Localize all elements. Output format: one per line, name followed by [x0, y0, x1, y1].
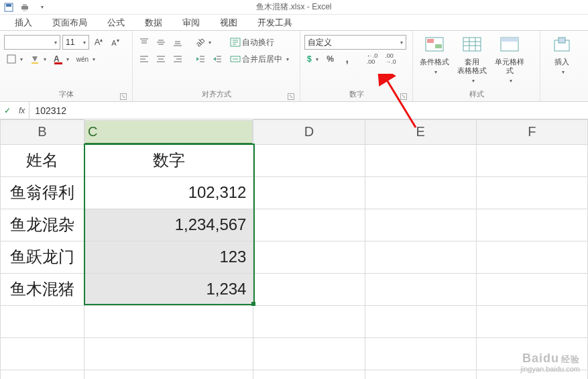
- confirm-button[interactable]: ✓: [0, 106, 15, 115]
- group-cells: 插入 ▾: [540, 31, 583, 101]
- column-header-F[interactable]: F: [476, 120, 587, 145]
- orientation-icon: ab: [194, 36, 207, 48]
- cell-c-4[interactable]: 1,234: [84, 273, 253, 305]
- cell-empty[interactable]: [253, 305, 365, 337]
- tab-review[interactable]: 审阅: [180, 15, 202, 31]
- formula-input[interactable]: 102312: [30, 105, 588, 116]
- align-middle-button[interactable]: [154, 35, 168, 50]
- cell-empty[interactable]: [253, 209, 365, 241]
- chevron-down-icon: ▾: [472, 76, 475, 85]
- increase-indent-button[interactable]: [210, 52, 225, 66]
- cell-empty[interactable]: [1, 370, 84, 379]
- cell-empty[interactable]: [1, 305, 84, 337]
- tab-insert[interactable]: 插入: [12, 15, 35, 31]
- watermark-brand: Baidu: [522, 351, 559, 365]
- number-format-select[interactable]: 自定义 ▾: [304, 35, 406, 50]
- cell-empty[interactable]: [476, 209, 587, 241]
- orientation-button[interactable]: ab▾: [193, 35, 214, 50]
- align-bottom-button[interactable]: [170, 35, 185, 50]
- column-header-C[interactable]: C: [84, 120, 253, 144]
- column-header-E[interactable]: E: [365, 120, 476, 145]
- insert-cells-button[interactable]: 插入 ▾: [544, 34, 579, 76]
- save-button[interactable]: [3, 1, 15, 13]
- decrease-indent-button[interactable]: [193, 52, 208, 66]
- cell-empty[interactable]: [476, 273, 587, 305]
- cell-empty[interactable]: [84, 370, 253, 379]
- increase-indent-icon: [213, 54, 222, 64]
- increase-font-button[interactable]: A▴: [91, 35, 106, 50]
- cell-c-2[interactable]: 1,234,567: [84, 209, 253, 241]
- cell-empty[interactable]: [84, 305, 253, 337]
- comma-button[interactable]: ,: [340, 52, 355, 66]
- cell-empty[interactable]: [365, 337, 476, 370]
- align-left-button[interactable]: [137, 52, 152, 66]
- align-top-button[interactable]: [137, 35, 152, 50]
- cell-empty[interactable]: [365, 144, 476, 176]
- cell-empty[interactable]: [476, 241, 587, 273]
- cell-empty[interactable]: [365, 241, 476, 273]
- group-number-label: 数字: [349, 90, 364, 98]
- font-color-button[interactable]: A▾: [51, 52, 72, 66]
- tab-developer[interactable]: 开发工具: [255, 15, 295, 31]
- cell-c-3[interactable]: 123: [84, 241, 253, 273]
- tab-data[interactable]: 数据: [142, 15, 165, 31]
- cell-empty[interactable]: [253, 337, 365, 370]
- cell-empty[interactable]: [253, 241, 365, 273]
- merge-center-button[interactable]: 合并后居中 ▾: [227, 52, 301, 66]
- decrease-font-button[interactable]: A▾: [108, 35, 123, 50]
- percent-button[interactable]: %: [323, 52, 338, 66]
- cell-empty[interactable]: [1, 337, 84, 370]
- svg-rect-3: [23, 4, 27, 6]
- cell-empty[interactable]: [253, 273, 365, 305]
- cell-empty[interactable]: [253, 176, 365, 209]
- tab-formulas[interactable]: 公式: [105, 15, 127, 31]
- font-size-select[interactable]: 11▾: [62, 35, 89, 50]
- cell-empty[interactable]: [476, 305, 587, 337]
- format-as-table-button[interactable]: 套用 表格格式 ▾: [455, 34, 489, 85]
- group-alignment: ab▾ 自动换行 合并后居中: [133, 31, 300, 101]
- cell-b-3[interactable]: 鱼跃龙门: [1, 241, 84, 273]
- currency-button[interactable]: $▾: [304, 52, 321, 66]
- cell-c-0[interactable]: 数字: [84, 144, 253, 176]
- fill-color-button[interactable]: ▾: [27, 52, 49, 66]
- cell-styles-button[interactable]: 单元格样式 ▾: [492, 34, 527, 85]
- border-button[interactable]: ▾: [4, 52, 25, 66]
- cell-empty[interactable]: [476, 176, 587, 209]
- font-name-select[interactable]: ▾: [4, 35, 60, 50]
- font-dialog-launcher[interactable]: ⤡: [120, 93, 127, 100]
- decrease-decimal-button[interactable]: .00→.0: [382, 52, 399, 66]
- wrap-text-button[interactable]: 自动换行: [227, 35, 301, 50]
- cell-empty[interactable]: [253, 144, 365, 176]
- cell-empty[interactable]: [365, 209, 476, 241]
- cell-b-1[interactable]: 鱼翁得利: [1, 176, 84, 209]
- fx-button[interactable]: fx: [15, 102, 30, 119]
- cell-empty[interactable]: [365, 176, 476, 209]
- cell-empty[interactable]: [365, 273, 476, 305]
- cell-b-2[interactable]: 鱼龙混杂: [1, 209, 84, 241]
- column-header-D[interactable]: D: [253, 120, 365, 145]
- increase-decimal-button[interactable]: ←.0.00: [364, 52, 381, 66]
- align-center-button[interactable]: [154, 52, 168, 66]
- cell-b-0[interactable]: 姓名: [1, 144, 84, 176]
- qat-customize-button[interactable]: ▾: [35, 1, 47, 13]
- tab-view[interactable]: 视图: [217, 15, 240, 31]
- tab-page-layout[interactable]: 页面布局: [50, 15, 90, 31]
- cell-empty[interactable]: [84, 337, 253, 370]
- column-header-B[interactable]: B: [1, 120, 84, 145]
- table-row: 鱼跃龙门123: [1, 241, 588, 273]
- svg-rect-6: [32, 62, 38, 64]
- cell-empty[interactable]: [476, 144, 587, 176]
- cell-b-4[interactable]: 鱼木混猪: [1, 273, 84, 305]
- number-dialog-launcher[interactable]: ⤡: [400, 93, 407, 100]
- quick-print-button[interactable]: [19, 1, 31, 13]
- phonetic-button[interactable]: wén▾: [74, 52, 98, 66]
- conditional-formatting-button[interactable]: 条件格式 ▾: [417, 34, 452, 76]
- cell-empty[interactable]: [253, 370, 365, 379]
- align-right-button[interactable]: [170, 52, 185, 66]
- cell-empty[interactable]: [365, 370, 476, 379]
- alignment-dialog-launcher[interactable]: ⤡: [288, 93, 294, 100]
- cell-empty[interactable]: [365, 305, 476, 337]
- spreadsheet[interactable]: BCDEF姓名数字鱼翁得利102,312鱼龙混杂1,234,567鱼跃龙门123…: [0, 119, 588, 379]
- cell-c-1[interactable]: 102,312: [84, 176, 253, 209]
- align-bottom-icon: [173, 38, 182, 47]
